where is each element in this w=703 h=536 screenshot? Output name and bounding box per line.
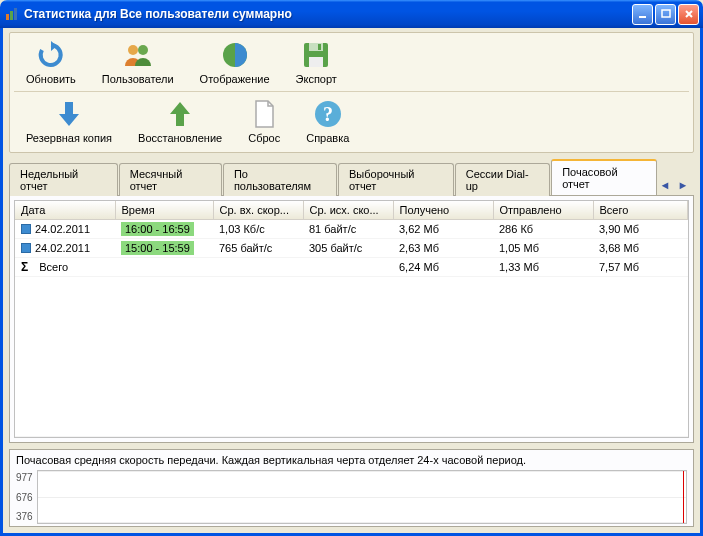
tab-panel-hourly: Дата Время Ср. вх. скор... Ср. исх. ско.…	[9, 195, 694, 443]
svg-rect-0	[6, 14, 9, 20]
refresh-label: Обновить	[26, 73, 76, 85]
tab-custom[interactable]: Выборочный отчет	[338, 163, 454, 196]
users-label: Пользователи	[102, 73, 174, 85]
svg-point-6	[138, 45, 148, 55]
minimize-button[interactable]	[632, 4, 653, 25]
cell-date: 24.02.2011	[35, 223, 90, 235]
cell-received: 2,63 Мб	[393, 239, 493, 258]
tab-weekly[interactable]: Недельный отчет	[9, 163, 118, 196]
export-label: Экспорт	[296, 73, 337, 85]
reset-label: Сброс	[248, 132, 280, 144]
chart-plot	[37, 470, 687, 524]
chart-caption: Почасовая средняя скорость передачи. Каж…	[16, 454, 687, 466]
arrow-up-icon	[164, 98, 196, 130]
tab-scroll-controls: ◄ ►	[658, 178, 694, 195]
cell-sent: 286 Кб	[493, 220, 593, 239]
help-icon: ?	[312, 98, 344, 130]
row-marker-icon	[21, 224, 31, 234]
backup-label: Резервная копия	[26, 132, 112, 144]
total-received: 6,24 Мб	[393, 258, 493, 277]
display-icon	[219, 39, 251, 71]
toolbar-row-1: Обновить Пользователи Отображение Экспор…	[14, 35, 689, 89]
cell-received: 3,62 Мб	[393, 220, 493, 239]
cell-avgul: 81 байт/с	[303, 220, 393, 239]
refresh-icon	[35, 39, 67, 71]
restore-label: Восстановление	[138, 132, 222, 144]
cell-total: 3,68 Мб	[593, 239, 688, 258]
tab-monthly[interactable]: Месячный отчет	[119, 163, 222, 196]
reset-button[interactable]: Сброс	[244, 96, 284, 146]
tab-scroll-left-icon[interactable]: ◄	[658, 178, 672, 192]
cell-avgul: 305 байт/с	[303, 239, 393, 258]
refresh-button[interactable]: Обновить	[22, 37, 80, 87]
restore-button[interactable]: Восстановление	[134, 96, 226, 146]
total-label: Всего	[39, 261, 68, 273]
svg-rect-11	[318, 44, 321, 50]
row-marker-icon	[21, 243, 31, 253]
cell-avgdl: 1,03 Кб/с	[213, 220, 303, 239]
display-label: Отображение	[200, 73, 270, 85]
svg-rect-1	[10, 11, 13, 20]
users-icon	[122, 39, 154, 71]
document-icon	[248, 98, 280, 130]
chart-spike	[683, 471, 684, 523]
titlebar: Статистика для Все пользователи суммарно	[0, 0, 703, 28]
app-icon	[4, 6, 20, 22]
chart-y-axis: 977 676 376	[16, 470, 37, 524]
table-row[interactable]: 24.02.2011 15:00 - 15:59 765 байт/с 305 …	[15, 239, 688, 258]
col-total[interactable]: Всего	[593, 201, 688, 220]
total-total: 7,57 Мб	[593, 258, 688, 277]
svg-rect-3	[639, 16, 646, 18]
window-controls	[632, 4, 699, 25]
users-button[interactable]: Пользователи	[98, 37, 178, 87]
col-time[interactable]: Время	[115, 201, 213, 220]
cell-avgdl: 765 байт/с	[213, 239, 303, 258]
col-avgul[interactable]: Ср. исх. ско...	[303, 201, 393, 220]
display-button[interactable]: Отображение	[196, 37, 274, 87]
cell-time: 16:00 - 16:59	[121, 222, 194, 236]
col-received[interactable]: Получено	[393, 201, 493, 220]
sigma-icon: Σ	[21, 260, 28, 274]
ytick: 376	[16, 511, 33, 522]
export-button[interactable]: Экспорт	[292, 37, 341, 87]
ytick: 977	[16, 472, 33, 483]
svg-rect-2	[14, 8, 17, 20]
tab-byusers[interactable]: По пользователям	[223, 163, 337, 196]
maximize-button[interactable]	[655, 4, 676, 25]
tab-hourly[interactable]: Почасовой отчет	[551, 159, 657, 195]
chart-panel: Почасовая средняя скорость передачи. Каж…	[9, 449, 694, 527]
help-button[interactable]: ? Справка	[302, 96, 353, 146]
report-grid: Дата Время Ср. вх. скор... Ср. исх. ско.…	[14, 200, 689, 438]
table-row[interactable]: 24.02.2011 16:00 - 16:59 1,03 Кб/с 81 ба…	[15, 220, 688, 239]
table-total-row[interactable]: Σ Всего 6,24 Мб 1,33 Мб 7,57 Мб	[15, 258, 688, 277]
close-button[interactable]	[678, 4, 699, 25]
toolbar-row-2: Резервная копия Восстановление Сброс ? С…	[14, 94, 689, 148]
col-avgdl[interactable]: Ср. вх. скор...	[213, 201, 303, 220]
help-label: Справка	[306, 132, 349, 144]
floppy-icon	[300, 39, 332, 71]
toolbar: Обновить Пользователи Отображение Экспор…	[9, 32, 694, 153]
tab-scroll-right-icon[interactable]: ►	[676, 178, 690, 192]
backup-button[interactable]: Резервная копия	[22, 96, 116, 146]
svg-rect-4	[662, 10, 670, 17]
cell-date: 24.02.2011	[35, 242, 90, 254]
col-date[interactable]: Дата	[15, 201, 115, 220]
window-content: Обновить Пользователи Отображение Экспор…	[0, 28, 703, 536]
tab-bar: Недельный отчет Месячный отчет По пользо…	[9, 159, 694, 195]
svg-text:?: ?	[323, 103, 333, 125]
toolbar-separator	[14, 91, 689, 92]
window-title: Статистика для Все пользователи суммарно	[24, 7, 632, 21]
cell-sent: 1,05 Мб	[493, 239, 593, 258]
col-sent[interactable]: Отправлено	[493, 201, 593, 220]
total-sent: 1,33 Мб	[493, 258, 593, 277]
ytick: 676	[16, 492, 33, 503]
arrow-down-icon	[53, 98, 85, 130]
cell-time: 15:00 - 15:59	[121, 241, 194, 255]
svg-point-5	[128, 45, 138, 55]
grid-header: Дата Время Ср. вх. скор... Ср. исх. ско.…	[15, 201, 688, 220]
tab-dialup[interactable]: Сессии Dial-up	[455, 163, 550, 196]
svg-rect-10	[309, 57, 323, 67]
cell-total: 3,90 Мб	[593, 220, 688, 239]
